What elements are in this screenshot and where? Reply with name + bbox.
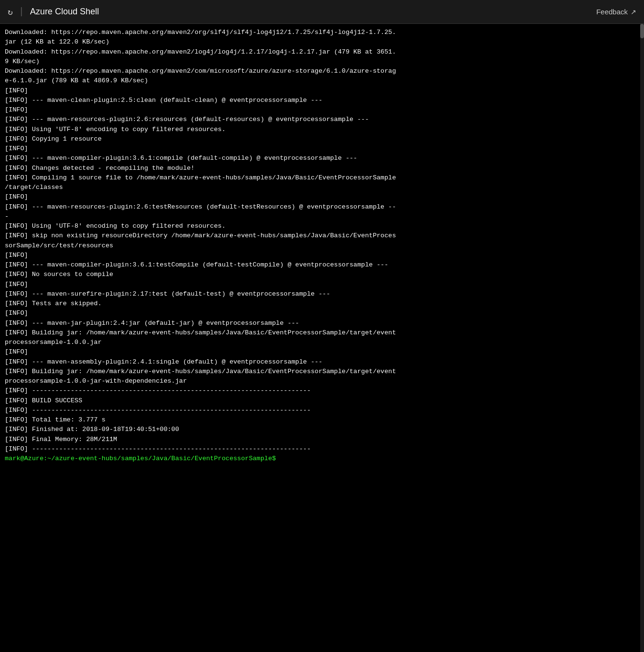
- terminal-line: [INFO] BUILD SUCCESS: [5, 396, 639, 406]
- refresh-icon[interactable]: ↻: [8, 7, 13, 17]
- terminal-line: Downloaded: https://repo.maven.apache.or…: [5, 66, 639, 76]
- terminal-line: Downloaded: https://repo.maven.apache.or…: [5, 28, 639, 37]
- terminal-line: 9 KB/sec): [5, 57, 639, 66]
- terminal-line: e-6.1.0.jar (789 KB at 4869.9 KB/sec): [5, 76, 639, 86]
- feedback-label: Feedback: [596, 8, 628, 16]
- terminal-line: [INFO] skip non existing resourceDirecto…: [5, 231, 639, 241]
- terminal-line: sorSample/src/test/resources: [5, 241, 639, 251]
- terminal-line: [INFO]: [5, 347, 639, 357]
- terminal-line: [INFO] --- maven-compiler-plugin:3.6.1:c…: [5, 154, 639, 163]
- terminal-line: [INFO] Copying 1 resource: [5, 134, 639, 144]
- terminal-line: [INFO] Using 'UTF-8' encoding to copy fi…: [5, 125, 639, 134]
- terminal-line: Downloaded: https://repo.maven.apache.or…: [5, 47, 639, 57]
- terminal-line: [INFO] ---------------------------------…: [5, 406, 639, 415]
- terminal-prompt: mark@Azure:~/azure-event-hubs/samples/Ja…: [5, 455, 276, 462]
- terminal-line: [INFO] Finished at: 2018-09-18T19:40:51+…: [5, 425, 639, 434]
- terminal-line: /target/classes: [5, 183, 639, 192]
- scrollbar[interactable]: [640, 24, 644, 652]
- titlebar-left: ↻ | Azure Cloud Shell: [8, 6, 99, 17]
- terminal-line: [INFO]: [5, 251, 639, 260]
- terminal-line: processorsample-1.0.0-jar-with-dependenc…: [5, 376, 639, 386]
- scrollbar-thumb[interactable]: [640, 24, 644, 38]
- terminal-line: [INFO] --- maven-compiler-plugin:3.6.1:t…: [5, 260, 639, 270]
- titlebar: ↻ | Azure Cloud Shell Feedback ↗: [0, 0, 644, 24]
- terminal-line: [INFO] --- maven-surefire-plugin:2.17:te…: [5, 289, 639, 299]
- terminal-line: [INFO] Total time: 3.777 s: [5, 415, 639, 425]
- terminal-line: [INFO] Using 'UTF-8' encoding to copy fi…: [5, 221, 639, 231]
- terminal-line: [INFO] --- maven-clean-plugin:2.5:clean …: [5, 96, 639, 105]
- terminal-line: processorsample-1.0.0.jar: [5, 338, 639, 347]
- terminal-line: jar (12 KB at 122.0 KB/sec): [5, 37, 639, 47]
- terminal-line: [INFO]: [5, 105, 639, 115]
- app-title: Azure Cloud Shell: [30, 7, 99, 17]
- terminal-line: [INFO]: [5, 309, 639, 318]
- terminal-output[interactable]: Downloaded: https://repo.maven.apache.or…: [0, 24, 644, 652]
- terminal-line: [INFO] --- maven-assembly-plugin:2.4.1:s…: [5, 357, 639, 367]
- cursor: [276, 455, 280, 462]
- terminal-line: [INFO] Compiling 1 source file to /home/…: [5, 173, 639, 183]
- terminal-line: [INFO] --- maven-resources-plugin:2.6:re…: [5, 115, 639, 124]
- terminal-line: [INFO] Final Memory: 28M/211M: [5, 435, 639, 444]
- prompt-line: mark@Azure:~/azure-event-hubs/samples/Ja…: [5, 454, 639, 464]
- terminal-line: [INFO] Building jar: /home/mark/azure-ev…: [5, 328, 639, 338]
- feedback-button[interactable]: Feedback ↗: [596, 8, 636, 16]
- terminal-line: [INFO] --- maven-resources-plugin:2.6:te…: [5, 202, 639, 212]
- terminal-line: [INFO] ---------------------------------…: [5, 386, 639, 396]
- terminal-line: [INFO]: [5, 280, 639, 289]
- terminal-line: [INFO] --- maven-jar-plugin:2.4:jar (def…: [5, 319, 639, 328]
- external-link-icon: ↗: [631, 8, 636, 16]
- terminal-line: [INFO]: [5, 86, 639, 96]
- terminal-line: [INFO]: [5, 192, 639, 202]
- terminal-line: [INFO] Tests are skipped.: [5, 299, 639, 309]
- divider: |: [19, 6, 24, 17]
- terminal-line: [INFO] ---------------------------------…: [5, 444, 639, 454]
- terminal-line: [INFO] No sources to compile: [5, 270, 639, 279]
- terminal-line: [INFO] Building jar: /home/mark/azure-ev…: [5, 367, 639, 376]
- terminal-line: [INFO] Changes detected - recompiling th…: [5, 164, 639, 173]
- terminal-line: -: [5, 212, 639, 221]
- terminal-line: [INFO]: [5, 144, 639, 154]
